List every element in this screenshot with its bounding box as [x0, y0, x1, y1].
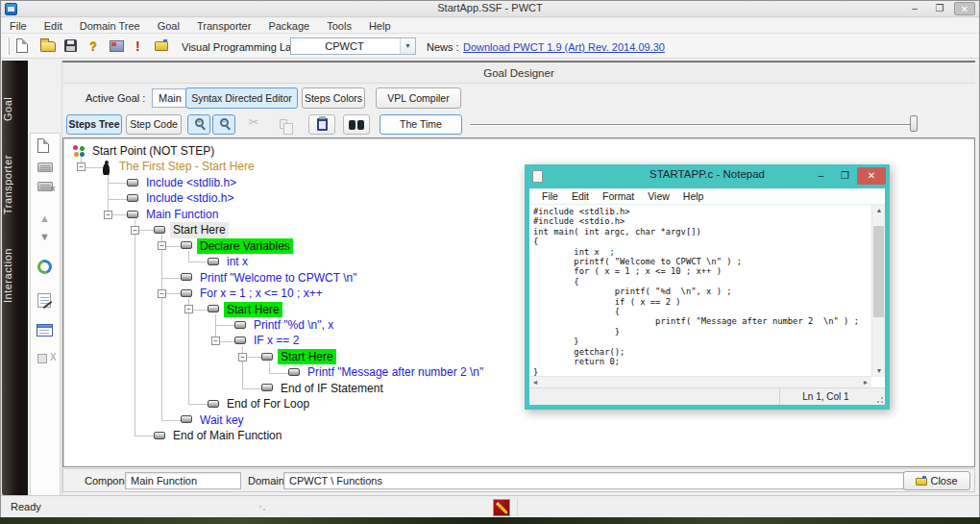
- notepad-menu-file[interactable]: File: [535, 190, 565, 202]
- sidebar-tab-transporter[interactable]: Transporter: [2, 145, 28, 224]
- close-goal-button[interactable]: Close: [903, 471, 970, 490]
- tree-expand-toggle[interactable]: −: [238, 353, 247, 362]
- menu-edit[interactable]: Edit: [36, 20, 71, 32]
- find-icon[interactable]: [343, 114, 370, 135]
- component-field[interactable]: Main Function: [125, 472, 241, 489]
- tree-node-label[interactable]: Wait key: [197, 412, 247, 428]
- scroll-left-icon[interactable]: ◄: [529, 377, 541, 387]
- tree-node-label[interactable]: Include <stdlib.h>: [143, 175, 239, 190]
- pencil-status-icon: [493, 499, 510, 516]
- notepad-vertical-scrollbar[interactable]: ▲ ▼: [871, 205, 885, 377]
- keyboard-icon[interactable]: [37, 162, 53, 172]
- save-icon[interactable]: [64, 38, 82, 54]
- tree-node-label[interactable]: Declare Variables: [197, 238, 293, 254]
- maximize-button[interactable]: ❐: [929, 2, 950, 15]
- scroll-down-icon[interactable]: ▼: [872, 365, 886, 377]
- tree-expand-toggle[interactable]: −: [211, 337, 220, 345]
- menu-package[interactable]: Package: [259, 20, 318, 32]
- interaction-tool-panel: ✕ ▲ ▼ X: [30, 133, 61, 500]
- help-icon[interactable]: ?: [89, 38, 107, 54]
- notepad-vscroll-thumb[interactable]: [873, 226, 884, 317]
- tree-node-label[interactable]: Start Here: [170, 222, 229, 237]
- paste-icon[interactable]: [308, 114, 335, 135]
- run-icon[interactable]: !: [135, 38, 153, 54]
- folder-icon[interactable]: [155, 38, 172, 54]
- notepad-body: File Edit Format View Help #include <std…: [529, 188, 885, 405]
- menu-file[interactable]: File: [1, 20, 36, 32]
- tab-steps-tree[interactable]: Steps Tree: [66, 114, 122, 135]
- notepad-menu-view[interactable]: View: [641, 190, 676, 202]
- form-designer-icon[interactable]: [37, 324, 53, 337]
- notepad-text-area[interactable]: #include <stdlib.h> #include <stdio.h> i…: [529, 205, 885, 377]
- keyboard-delete-icon[interactable]: ✕: [37, 182, 53, 191]
- notepad-maximize-button[interactable]: ❐: [833, 167, 857, 185]
- notepad-minimize-button[interactable]: –: [809, 167, 833, 185]
- zoom-out-icon[interactable]: −: [212, 114, 235, 135]
- tree-expand-toggle[interactable]: −: [131, 226, 139, 235]
- notepad-close-button[interactable]: ✕: [857, 167, 886, 185]
- notepad-resize-grip[interactable]: [874, 394, 884, 404]
- news-download-link[interactable]: Download PWCT 1.9 (Art) Rev. 2014.09.30: [463, 41, 665, 53]
- window-title: StartApp.SSF - PWCT: [1, 2, 979, 13]
- screenshot-icon[interactable]: [110, 38, 127, 54]
- menu-goal[interactable]: Goal: [149, 20, 188, 32]
- domain-field[interactable]: CPWCT \ Functions: [283, 472, 904, 489]
- close-button[interactable]: ✕: [954, 2, 975, 15]
- tree-node-label[interactable]: End of Main Function: [170, 428, 284, 443]
- step-icon: [208, 305, 219, 312]
- notepad-window: STARTAPP.c - Notepad – ❐ ✕ File Edit For…: [525, 164, 890, 410]
- time-machine-button[interactable]: The Time Machine: [380, 114, 462, 135]
- tree-node-label[interactable]: Start Here: [278, 349, 336, 364]
- new-step-icon[interactable]: [37, 138, 49, 153]
- tree-expand-toggle[interactable]: −: [158, 241, 166, 250]
- tree-node-label[interactable]: Start Point (NOT STEP): [89, 143, 217, 159]
- chevron-down-icon[interactable]: ▼: [400, 38, 415, 54]
- step-icon: [208, 400, 219, 408]
- vpl-combobox[interactable]: CPWCT ▼: [290, 37, 416, 55]
- sidebar-tab-interaction[interactable]: Interaction: [2, 239, 28, 312]
- tree-expand-toggle[interactable]: −: [184, 305, 193, 313]
- tree-expand-toggle[interactable]: −: [77, 162, 86, 171]
- scroll-up-icon[interactable]: ▲: [872, 205, 886, 216]
- edit-interaction-icon[interactable]: [37, 293, 51, 308]
- steps-colors-button[interactable]: Steps Colors: [302, 87, 365, 109]
- tree-node-label[interactable]: Printf "Welcome to CPWCT \n": [197, 270, 359, 286]
- notepad-menu-format[interactable]: Format: [596, 190, 641, 202]
- minimize-button[interactable]: –: [904, 2, 925, 15]
- menu-tools[interactable]: Tools: [318, 20, 360, 32]
- tree-node-label[interactable]: IF x == 2: [251, 333, 302, 348]
- tree-node-label[interactable]: int x: [224, 254, 251, 269]
- menu-domain-tree[interactable]: Domain Tree: [71, 20, 149, 32]
- tree-node-label[interactable]: Printf "Message after number 2 \n": [305, 364, 486, 380]
- tree-expand-toggle[interactable]: −: [158, 289, 166, 298]
- tree-node-label[interactable]: For x = 1 ; x <= 10 ; x++: [197, 286, 326, 301]
- menu-transporter[interactable]: Transporter: [188, 20, 259, 32]
- checkbox-x-icon[interactable]: X: [37, 354, 47, 363]
- tree-expand-toggle[interactable]: −: [104, 211, 112, 219]
- tree-node-label[interactable]: Include <stdio.h>: [143, 190, 236, 206]
- notepad-menu-edit[interactable]: Edit: [565, 190, 596, 202]
- zoom-in-icon[interactable]: +: [187, 114, 210, 135]
- tree-size-slider-thumb[interactable]: [910, 115, 918, 132]
- tree-node-label[interactable]: The First Step - Start Here: [116, 159, 257, 174]
- notepad-menu-help[interactable]: Help: [676, 190, 711, 202]
- sidebar-tab-goal[interactable]: Goal: [2, 87, 28, 130]
- move-down-icon[interactable]: ▼: [39, 231, 50, 242]
- syntax-directed-editor-button[interactable]: Syntax Directed Editor: [185, 87, 298, 109]
- menu-help[interactable]: Help: [360, 20, 400, 32]
- notepad-horizontal-scrollbar[interactable]: ◄ ►: [529, 377, 871, 387]
- vpl-compiler-button[interactable]: VPL Compiler: [376, 87, 461, 109]
- open-file-icon[interactable]: [40, 38, 58, 54]
- tree-node-label[interactable]: Main Function: [143, 207, 221, 222]
- new-file-icon[interactable]: [16, 38, 34, 54]
- tree-node-label[interactable]: Start Here: [224, 302, 282, 317]
- tree-node-label[interactable]: Printf "%d \n", x: [251, 317, 336, 333]
- refresh-icon[interactable]: [37, 260, 52, 274]
- tab-step-code[interactable]: Step Code: [126, 114, 182, 135]
- tree-node-label[interactable]: End of For Loop: [224, 396, 312, 412]
- tree-node-label[interactable]: End of IF Statement: [278, 381, 386, 396]
- step-icon: [154, 226, 165, 234]
- start-point-icon: [73, 145, 86, 158]
- scroll-right-icon[interactable]: ►: [860, 377, 871, 387]
- move-up-icon[interactable]: ▲: [39, 212, 50, 224]
